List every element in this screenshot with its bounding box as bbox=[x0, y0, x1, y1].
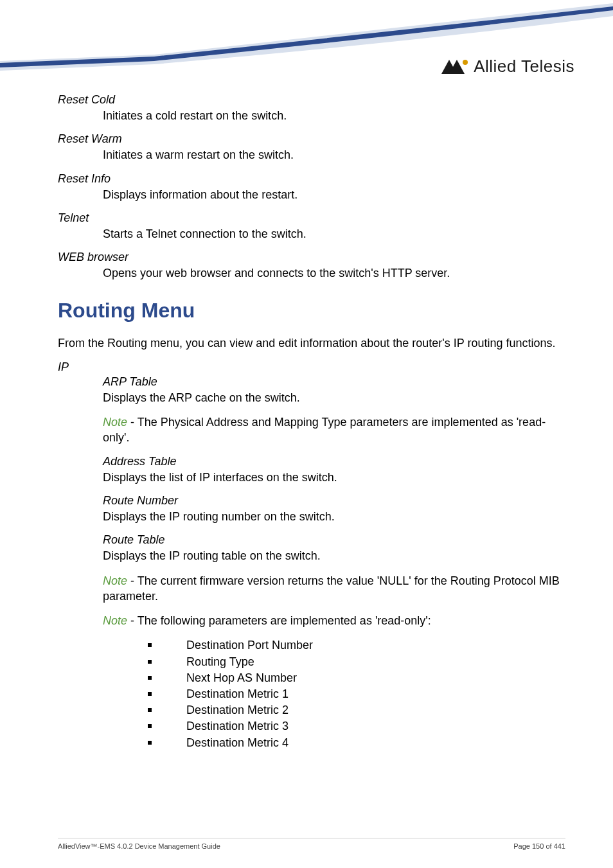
subdef-route-number: Displays the IP routing number on the sw… bbox=[103, 509, 565, 524]
note-readonly-params: Note - The following parameters are impl… bbox=[103, 613, 565, 628]
term-reset-info: Reset Info bbox=[58, 172, 565, 186]
term-ip: IP bbox=[58, 360, 565, 374]
section-heading: Routing Menu bbox=[58, 299, 565, 323]
subterm-route-number: Route Number bbox=[103, 494, 565, 508]
brand-mark-icon bbox=[440, 58, 468, 75]
term-telnet: Telnet bbox=[58, 211, 565, 225]
brand-logo-text: Allied Telesis bbox=[474, 57, 574, 76]
note-prefix: Note bbox=[103, 614, 127, 627]
list-item: Destination Metric 2 bbox=[148, 702, 565, 718]
footer-doc-title: AlliedView™-EMS 4.0.2 Device Management … bbox=[58, 842, 220, 850]
section-intro: From the Routing menu, you can view and … bbox=[58, 335, 565, 351]
page-content: Reset Cold Initiates a cold restart on t… bbox=[58, 93, 565, 751]
note-prefix: Note bbox=[103, 416, 127, 429]
subterm-address-table: Address Table bbox=[103, 455, 565, 468]
readonly-params-list: Destination Port Number Routing Type Nex… bbox=[148, 637, 565, 750]
term-web-browser: WEB browser bbox=[58, 251, 565, 264]
term-reset-cold: Reset Cold bbox=[58, 93, 565, 107]
term-reset-warm: Reset Warm bbox=[58, 132, 565, 146]
list-item: Destination Port Number bbox=[148, 637, 565, 653]
note-prefix: Note bbox=[103, 574, 127, 587]
list-item: Destination Metric 4 bbox=[148, 735, 565, 751]
def-telnet: Starts a Telnet connection to the switch… bbox=[103, 226, 565, 242]
page-footer: AlliedView™-EMS 4.0.2 Device Management … bbox=[58, 838, 565, 850]
brand-logo: Allied Telesis bbox=[440, 57, 574, 76]
subterm-route-table: Route Table bbox=[103, 533, 565, 547]
note-text: - The Physical Address and Mapping Type … bbox=[103, 416, 546, 444]
list-item: Next Hop AS Number bbox=[148, 670, 565, 686]
note-text: - The current firmware version returns t… bbox=[103, 574, 560, 603]
footer-page-number: Page 150 of 441 bbox=[513, 842, 565, 850]
list-item: Routing Type bbox=[148, 654, 565, 670]
subterm-arp-table: ARP Table bbox=[103, 375, 565, 389]
def-reset-info: Displays information about the restart. bbox=[103, 187, 565, 202]
subdef-address-table: Displays the list of IP interfaces on th… bbox=[103, 470, 565, 485]
subdef-route-table: Displays the IP routing table on the swi… bbox=[103, 548, 565, 563]
def-web-browser: Opens your web browser and connects to t… bbox=[103, 265, 565, 281]
note-arp: Note - The Physical Address and Mapping … bbox=[103, 414, 565, 446]
list-item: Destination Metric 1 bbox=[148, 686, 565, 702]
list-item: Destination Metric 3 bbox=[148, 718, 565, 734]
note-text: - The following parameters are implement… bbox=[127, 614, 431, 627]
note-route-table: Note - The current firmware version retu… bbox=[103, 573, 565, 605]
svg-point-0 bbox=[463, 60, 468, 65]
def-reset-cold: Initiates a cold restart on the switch. bbox=[103, 108, 565, 123]
header-swoosh-graphic bbox=[0, 0, 613, 96]
def-reset-warm: Initiates a warm restart on the switch. bbox=[103, 147, 565, 163]
subdef-arp-table: Displays the ARP cache on the switch. bbox=[103, 390, 565, 405]
